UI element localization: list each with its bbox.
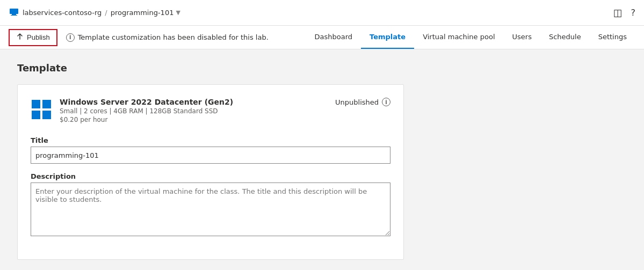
resource-group-label: labservices-contoso-rg <box>23 9 102 17</box>
vm-status: Unpublished i <box>335 98 390 106</box>
lab-name-breadcrumb[interactable]: programming-101 ▼ <box>111 9 180 17</box>
tab-dashboard[interactable]: Dashboard <box>306 25 361 49</box>
svg-rect-4 <box>42 100 51 108</box>
title-label: Title <box>31 136 390 144</box>
title-field: Title <box>31 136 390 164</box>
page-content: Template Windows Server 2022 Datacenter … <box>0 49 644 270</box>
breadcrumb: labservices-contoso-rg / programming-101… <box>9 6 180 19</box>
description-label: Description <box>31 172 390 180</box>
title-input[interactable] <box>31 147 390 164</box>
tab-users[interactable]: Users <box>504 25 540 49</box>
template-card: Windows Server 2022 Datacenter (Gen2) Sm… <box>17 84 404 260</box>
breadcrumb-separator: / <box>105 9 107 17</box>
svg-rect-5 <box>32 111 40 119</box>
lab-services-icon <box>9 6 19 19</box>
windows-icon <box>31 99 52 120</box>
arrow-up-icon <box>16 33 24 42</box>
svg-rect-3 <box>32 100 40 108</box>
description-field: Description <box>31 172 390 238</box>
tab-template[interactable]: Template <box>361 25 414 49</box>
vm-info-left: Windows Server 2022 Datacenter (Gen2) Sm… <box>31 98 233 123</box>
monitor-icon[interactable]: ◫ <box>613 7 622 18</box>
vm-price: $0.20 per hour <box>60 116 233 123</box>
chevron-down-icon: ▼ <box>176 9 180 16</box>
tab-vm-pool[interactable]: Virtual machine pool <box>414 25 503 49</box>
lab-name-label: programming-101 <box>111 9 174 17</box>
description-textarea[interactable] <box>31 183 390 236</box>
vm-details: Windows Server 2022 Datacenter (Gen2) Sm… <box>60 98 233 123</box>
resource-group-breadcrumb[interactable]: labservices-contoso-rg <box>23 9 102 17</box>
publish-button[interactable]: Publish <box>9 29 57 46</box>
help-icon[interactable]: ? <box>631 8 636 18</box>
svg-rect-0 <box>10 9 18 14</box>
info-message: i Template customization has been disabl… <box>66 33 269 42</box>
info-message-text: Template customization has been disabled… <box>78 33 269 41</box>
svg-rect-2 <box>11 15 17 16</box>
vm-info-row: Windows Server 2022 Datacenter (Gen2) Sm… <box>31 98 390 123</box>
status-info-icon[interactable]: i <box>382 98 390 106</box>
action-section: Publish i Template customization has bee… <box>9 29 306 46</box>
combined-bar: Publish i Template customization has bee… <box>0 26 644 49</box>
svg-rect-6 <box>42 111 51 119</box>
topbar: labservices-contoso-rg / programming-101… <box>0 0 644 26</box>
svg-rect-1 <box>12 14 16 15</box>
vm-name: Windows Server 2022 Datacenter (Gen2) <box>60 98 233 106</box>
vm-status-label: Unpublished <box>335 98 379 106</box>
tab-schedule[interactable]: Schedule <box>540 25 590 49</box>
publish-label: Publish <box>27 33 50 41</box>
page-title: Template <box>17 62 627 74</box>
vm-specs: Small | 2 cores | 4GB RAM | 128GB Standa… <box>60 107 233 115</box>
tab-settings[interactable]: Settings <box>590 25 635 49</box>
info-icon: i <box>66 33 75 42</box>
topbar-icons: ◫ ? <box>613 7 635 18</box>
nav-tabs: Dashboard Template Virtual machine pool … <box>306 26 635 49</box>
